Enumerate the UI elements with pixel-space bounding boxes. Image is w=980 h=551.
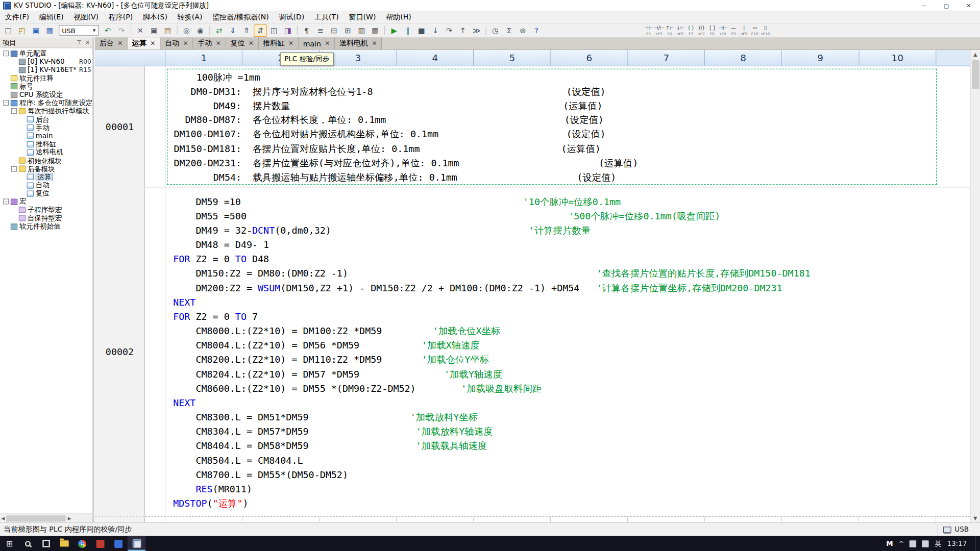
clock[interactable]: 13:17 <box>947 539 967 547</box>
taskbar-app-red[interactable] <box>91 536 110 551</box>
menu-item[interactable]: 脚本(S) <box>138 11 173 23</box>
sum-icon[interactable]: Σ <box>502 24 516 36</box>
tree-item[interactable]: 送料电机 <box>0 148 92 157</box>
taskbar-app-blue[interactable] <box>109 536 128 551</box>
expander-icon[interactable]: - <box>11 108 17 114</box>
expander-icon[interactable]: - <box>3 199 9 205</box>
tree-item[interactable]: 软元件初始值 <box>0 222 92 231</box>
rung-content[interactable]: 100脉冲 =1mm DM0-DM31: 摆片序号对应材料仓位号1-8(设定值)… <box>165 66 970 187</box>
close-button[interactable]: ✕ <box>958 0 980 11</box>
tree-item[interactable]: [1] KV-N16ET*R15 <box>0 66 92 74</box>
rung-next[interactable] <box>95 517 970 522</box>
tray-chevron-icon[interactable]: ^ <box>899 540 904 547</box>
copy-icon[interactable]: ▣ <box>148 24 161 36</box>
find-icon[interactable]: ◎ <box>180 24 193 36</box>
timer-icon[interactable]: ◷ <box>489 24 502 36</box>
close-icon[interactable]: ✕ <box>85 39 90 45</box>
menu-item[interactable]: 帮助(H) <box>381 11 416 23</box>
menu-item[interactable]: 转换(A) <box>173 11 207 23</box>
ladder-instruction-button[interactable]: ⊣⊢F5 <box>643 24 654 37</box>
convert-icon[interactable]: ⇄ <box>212 24 226 36</box>
tree-item[interactable]: 手动 <box>0 123 92 132</box>
device-registers-icon[interactable]: ▦ <box>369 24 382 36</box>
plc-read-icon[interactable]: ⇑ <box>240 24 253 36</box>
project-hscrollbar[interactable]: ◀ ▶ <box>0 514 92 522</box>
menu-item[interactable]: 编辑(E) <box>34 11 69 23</box>
tree-item[interactable]: -每次扫描执行型模块 <box>0 107 92 115</box>
scroll-up-icon[interactable]: ▲ <box>973 50 977 59</box>
tray-icon-1[interactable] <box>910 540 916 547</box>
maximize-button[interactable]: ▢ <box>935 0 958 11</box>
vertical-scrollbar[interactable]: ▲ ▼ <box>970 50 980 522</box>
tree-item[interactable]: 自保持型宏 <box>0 214 92 222</box>
expander-icon[interactable]: - <box>3 51 9 56</box>
rung-content[interactable] <box>165 517 970 522</box>
tab-close-icon[interactable]: ✕ <box>117 40 122 46</box>
replace-icon[interactable]: ◉ <box>194 24 207 36</box>
tree-item[interactable]: -宏 <box>0 197 92 206</box>
tab[interactable]: 运算✕ <box>128 37 160 49</box>
ladder-instruction-button[interactable]: —F9 <box>728 24 739 37</box>
taskbar-chrome[interactable] <box>73 536 91 551</box>
tree-item[interactable]: 运算 <box>0 173 92 181</box>
step-in-icon[interactable]: ↓ <box>429 24 442 36</box>
undo-icon[interactable]: ↶ <box>101 24 114 36</box>
monitor-icon[interactable]: ◫ <box>267 24 281 36</box>
minimize-button[interactable]: ─ <box>913 0 935 11</box>
ladder-instruction-button[interactable]: ↑⊢F6 <box>665 24 675 37</box>
tree-item[interactable]: [0] KV-N60R00 <box>0 58 92 66</box>
tray-m-badge[interactable]: M <box>886 539 893 547</box>
tab-close-icon[interactable]: ✕ <box>183 40 188 46</box>
menu-item[interactable]: 工具(T) <box>309 11 344 23</box>
redo-icon[interactable]: ↷ <box>115 24 128 36</box>
step-over-icon[interactable]: ↷ <box>443 24 456 36</box>
ladder-instruction-button[interactable]: ⊣⊢sF8 <box>718 24 728 37</box>
tab[interactable]: 自动✕ <box>160 37 193 49</box>
ladder-instruction-button[interactable]: ( )F7 <box>685 24 696 37</box>
pin-icon[interactable]: ⊤ <box>77 39 82 45</box>
pause-icon[interactable]: ∥ <box>401 24 414 36</box>
tree-item[interactable]: 后台 <box>0 115 92 123</box>
menu-item[interactable]: 窗口(W) <box>344 11 381 23</box>
tab-close-icon[interactable]: ✕ <box>325 40 330 46</box>
tree-item[interactable]: 标号 <box>0 82 92 90</box>
hscroll-thumb[interactable] <box>7 515 66 521</box>
tab-close-icon[interactable]: ✕ <box>150 40 155 46</box>
scroll-left-icon[interactable]: ◀ <box>1 516 5 521</box>
tab-close-icon[interactable]: ✕ <box>288 40 293 46</box>
expand-icon[interactable]: ⊞ <box>341 24 355 36</box>
tree-item[interactable]: 软元件注释 <box>0 74 92 82</box>
scroll-right-icon[interactable]: ▶ <box>68 516 71 521</box>
tree-item[interactable]: 推料缸 <box>0 140 92 148</box>
tab[interactable]: main✕ <box>299 37 335 49</box>
tab[interactable]: 复位✕ <box>226 37 259 49</box>
rung-00002[interactable]: 00002 DM59 =10 '10个脉冲=位移0.1mm DM55 =500 … <box>95 187 970 516</box>
paste-icon[interactable]: ▤ <box>161 24 175 36</box>
tree-item[interactable]: 初始化模块 <box>0 157 92 165</box>
menu-item[interactable]: 文件(F) <box>0 11 34 23</box>
plc-verify-sync-icon[interactable]: ⇵ <box>254 24 267 36</box>
taskbar-file-explorer[interactable] <box>55 536 74 551</box>
script-block[interactable]: DM59 =10 '10个脉冲=位移0.1mm DM55 =500 '500个脉… <box>173 195 970 511</box>
menu-item[interactable]: 程序(P) <box>104 11 138 23</box>
menu-item[interactable]: 监控器/模拟器(N) <box>207 11 274 23</box>
ladder-instruction-button[interactable]: ▭F10 <box>749 24 760 37</box>
plc-write-icon[interactable]: ⇓ <box>226 24 239 36</box>
stop-icon[interactable]: ■ <box>415 24 428 36</box>
save-all-icon[interactable]: ▦ <box>43 24 56 36</box>
simulate-run-icon[interactable]: ▶ <box>387 24 401 36</box>
tree-item[interactable]: -单元配置 <box>0 49 92 58</box>
menu-item[interactable]: 视图(V) <box>69 11 104 23</box>
comment-edit-icon[interactable]: ¶ <box>300 24 313 36</box>
cut-icon[interactable]: ✕ <box>134 24 147 36</box>
taskbar-search[interactable] <box>19 536 37 551</box>
menu-item[interactable]: 调试(D) <box>274 11 310 23</box>
tree-item[interactable]: 自动 <box>0 181 92 189</box>
tab-close-icon[interactable]: ✕ <box>249 40 254 46</box>
watch-window-icon[interactable]: ▥ <box>355 24 369 36</box>
open-project-icon[interactable]: ◰ <box>16 24 29 36</box>
tab[interactable]: 手动✕ <box>193 37 226 49</box>
scroll-down-icon[interactable]: ▼ <box>973 514 977 522</box>
tab[interactable]: 送料电机✕ <box>335 37 382 49</box>
continue-icon[interactable]: ≫ <box>470 24 483 36</box>
